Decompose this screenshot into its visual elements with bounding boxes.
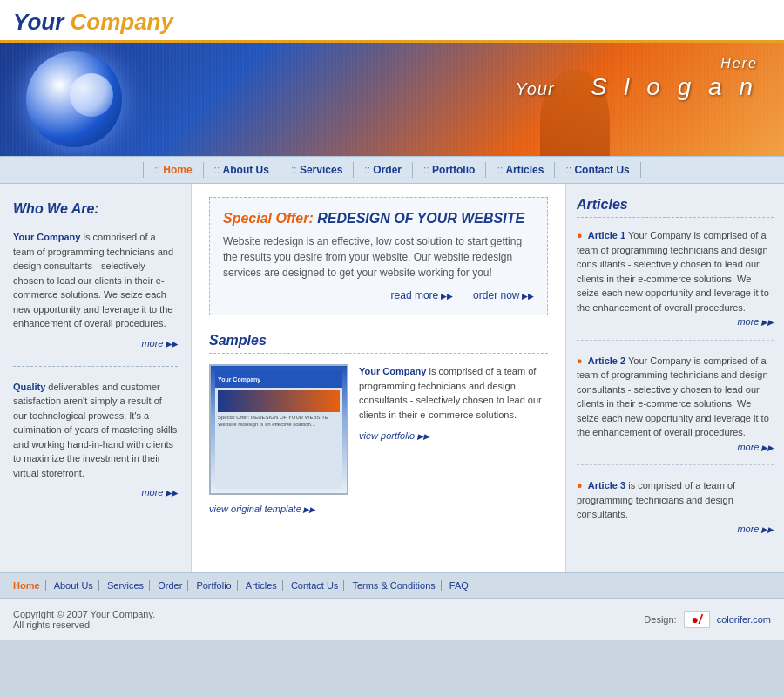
center-content: Special Offer: REDESIGN OF YOUR WEBSITE …: [192, 184, 566, 572]
sample-thumbnail: Your Company Special Offer: REDESIGN OF …: [209, 364, 348, 495]
footer-nav-about[interactable]: About Us: [49, 580, 99, 591]
banner-your: Your: [515, 79, 554, 98]
bullet-2: ●: [577, 355, 583, 366]
header: Your Company: [0, 0, 784, 43]
sidebar-more-1[interactable]: more: [13, 338, 178, 348]
logo: Your Company: [13, 9, 771, 36]
article-2-more[interactable]: more: [577, 440, 774, 455]
articles-heading: Articles: [577, 197, 774, 218]
banner: Here Your S l o g a n: [0, 43, 784, 156]
sidebar-block-1-text: Your Company is comprised of a team of p…: [13, 230, 178, 331]
samples-section: Samples Your Company Special Offer: REDE…: [209, 333, 548, 514]
article-2-text: ● Article 2 Your Company is comprised of…: [577, 354, 774, 440]
design-label: Design:: [644, 614, 676, 625]
article-1-more[interactable]: more: [577, 315, 774, 329]
nav-portfolio[interactable]: Portfolio: [413, 162, 486, 178]
special-offer-heading: Special Offer: REDESIGN OF YOUR WEBSITE: [223, 211, 534, 227]
nav-services[interactable]: Services: [280, 162, 354, 178]
sidebar-text-1: is comprised of a team of programming te…: [13, 232, 173, 328]
article-1-label: Article 1: [588, 230, 625, 240]
banner-here: Here: [720, 56, 758, 71]
article-1-body: Your Company is comprised of a team of p…: [577, 230, 769, 313]
view-template: view original template: [209, 504, 548, 514]
sidebar-bold-2: Quality: [13, 382, 45, 392]
special-offer-title: REDESIGN OF YOUR WEBSITE: [317, 211, 524, 226]
main-content: Who We Are: Your Company is comprised of…: [0, 184, 784, 572]
sidebar-block-1: Your Company is comprised of a team of p…: [13, 230, 178, 348]
nav-home[interactable]: Home: [143, 162, 203, 178]
bullet-1: ●: [577, 230, 583, 240]
footer-copyright: Copyright © 2007 Your Company. All right…: [13, 609, 155, 630]
article-1-text: ● Article 1 Your Company is comprised of…: [577, 228, 774, 315]
article-3-text: ● Article 3 is comprised of a team of pr…: [577, 478, 774, 522]
nav-contact[interactable]: Contact Us: [555, 162, 640, 178]
article-item-3: ● Article 3 is comprised of a team of pr…: [577, 478, 774, 546]
footer-nav-portfolio[interactable]: Portfolio: [191, 580, 237, 591]
nav-articles[interactable]: Articles: [486, 162, 555, 178]
banner-orb-inner: [70, 73, 113, 117]
samples-bold: Your Company: [359, 366, 426, 376]
main-nav: Home About Us Services Order Portfolio A…: [0, 156, 784, 184]
samples-text: Your Company is comprised of a team of p…: [359, 364, 548, 422]
sidebar-heading: Who We Are:: [13, 201, 178, 217]
banner-slogan: Here Your S l o g a n: [515, 73, 758, 101]
sidebar-text-2: deliverables and customer satisfaction a…: [13, 382, 177, 478]
samples-inner: Your Company Special Offer: REDESIGN OF …: [209, 364, 548, 495]
view-template-link[interactable]: view original template: [209, 504, 315, 514]
article-item-2: ● Article 2 Your Company is comprised of…: [577, 354, 774, 466]
logo-your: Your: [13, 9, 64, 35]
design-logo-icon: ●/: [684, 611, 710, 628]
footer-nav-home[interactable]: Home: [13, 580, 46, 591]
bullet-3: ●: [577, 480, 583, 491]
order-now-link[interactable]: order now: [473, 289, 534, 301]
thumb-inner: Your Company Special Offer: REDESIGN OF …: [215, 370, 342, 489]
samples-heading: Samples: [209, 333, 548, 354]
copyright-line-1: Copyright © 2007 Your Company.: [13, 609, 155, 619]
logo-company: Company: [71, 9, 173, 35]
sidebar-more-2[interactable]: more: [13, 487, 178, 497]
footer-design: Design: ●/ colorifer.com: [644, 611, 771, 628]
thumb-banner: [218, 390, 340, 412]
view-portfolio-link[interactable]: view portfolio: [359, 430, 429, 441]
footer-nav-order[interactable]: Order: [152, 580, 188, 591]
sidebar-divider: [13, 366, 178, 367]
article-2-label: Article 2: [588, 355, 625, 366]
footer-nav-faq[interactable]: FAQ: [444, 580, 474, 591]
thumb-header: Your Company: [215, 370, 342, 388]
special-offer-actions: read more order now: [223, 289, 534, 301]
footer-nav-terms[interactable]: Terms & Conditions: [347, 580, 441, 591]
sidebar-block-2-text: Quality deliverables and customer satisf…: [13, 380, 178, 481]
footer-nav-articles[interactable]: Articles: [240, 580, 283, 591]
design-site-link[interactable]: colorifer.com: [717, 614, 771, 625]
sidebar-bold-1: Your Company: [13, 232, 80, 242]
footer: Copyright © 2007 Your Company. All right…: [0, 599, 784, 640]
thumb-content: Special Offer: REDESIGN OF YOUR WEBSITE …: [218, 415, 340, 429]
special-offer-label: Special Offer:: [223, 211, 314, 226]
copyright-line-2: All rights reserved.: [13, 619, 155, 630]
articles-column: Articles ● Article 1 Your Company is com…: [566, 184, 784, 572]
read-more-link[interactable]: read more: [391, 289, 453, 301]
article-3-label: Article 3: [588, 480, 625, 491]
footer-nav: Home About Us Services Order Portfolio A…: [0, 572, 784, 599]
nav-order[interactable]: Order: [354, 162, 413, 178]
nav-about[interactable]: About Us: [204, 162, 280, 178]
thumb-logo: Your Company: [218, 376, 260, 382]
article-2-body: Your Company is comprised of a team of p…: [577, 355, 769, 438]
sidebar: Who We Are: Your Company is comprised of…: [0, 184, 192, 572]
special-offer-desc: Website redesign is an effective, low co…: [223, 233, 534, 281]
footer-nav-services[interactable]: Services: [102, 580, 150, 591]
special-offer-box: Special Offer: REDESIGN OF YOUR WEBSITE …: [209, 197, 548, 315]
article-item-1: ● Article 1 Your Company is comprised of…: [577, 228, 774, 341]
banner-orb: [26, 51, 122, 147]
banner-slogan-main: S l o g a n: [591, 73, 758, 100]
sidebar-block-2: Quality deliverables and customer satisf…: [13, 380, 178, 498]
article-3-more[interactable]: more: [577, 522, 774, 537]
samples-description: Your Company is comprised of a team of p…: [359, 364, 548, 495]
footer-nav-contact[interactable]: Contact Us: [286, 580, 344, 591]
